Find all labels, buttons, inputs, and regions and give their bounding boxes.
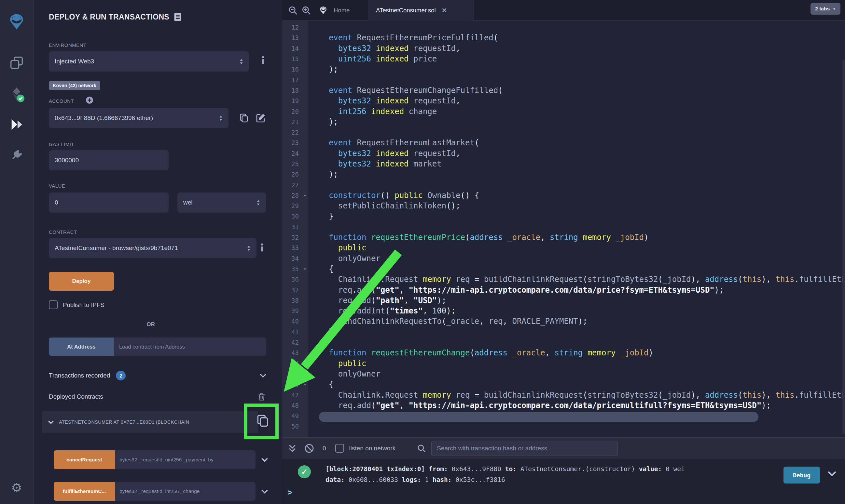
- tab-home[interactable]: Home: [313, 0, 354, 21]
- line-number: 37: [282, 286, 301, 294]
- code-line: 42: [282, 337, 845, 347]
- editor-area: Home ATestnetConsumer.sol ✕ 2 tabs▼ 1213…: [282, 0, 845, 504]
- chevron-down-icon[interactable]: [260, 374, 266, 378]
- environment-select[interactable]: Injected Web3: [49, 51, 249, 72]
- code-line: 15 uint256 indexed price: [282, 54, 845, 64]
- tab-home-label: Home: [334, 7, 349, 14]
- publish-ipfs-row: Publish to IPFS: [49, 301, 104, 309]
- line-number: 20: [282, 108, 301, 115]
- expand-log-chevron-icon[interactable]: [828, 471, 836, 476]
- environment-info-icon[interactable]: [261, 56, 265, 65]
- trash-icon[interactable]: [257, 392, 266, 401]
- account-select[interactable]: 0x643...9F88D (1.666673996 ether): [49, 108, 228, 128]
- solidity-compiler-icon[interactable]: [8, 86, 25, 103]
- clear-console-icon[interactable]: [304, 444, 314, 453]
- line-number: 46: [282, 381, 301, 388]
- code-line: 14 bytes32 indexed requestId,: [282, 43, 845, 54]
- plugin-manager-icon[interactable]: [10, 148, 24, 163]
- horizontal-scrollbar[interactable]: [319, 412, 758, 422]
- contract-info-icon[interactable]: [260, 243, 264, 252]
- or-separator: OR: [34, 321, 268, 328]
- transaction-log-entry[interactable]: [block:20780401 txIndex:0] from: 0x643..…: [326, 464, 685, 485]
- tab-bar: Home ATestnetConsumer.sol ✕ 2 tabs▼: [282, 0, 845, 21]
- fold-marker-icon[interactable]: ▾: [301, 193, 309, 198]
- copy-account-icon[interactable]: [239, 113, 249, 123]
- transactions-recorded-row[interactable]: Transactions recorded 2: [49, 371, 266, 380]
- gas-limit-input[interactable]: [55, 150, 163, 170]
- add-account-icon[interactable]: [86, 96, 93, 104]
- code-line: 41 }: [282, 327, 845, 337]
- transactions-recorded-label: Transactions recorded: [49, 372, 110, 379]
- expand-terminal-icon[interactable]: [289, 444, 296, 453]
- code-line: 30 }: [282, 211, 845, 221]
- deployed-contract-header[interactable]: ATESTNETCONSUMER AT 0X7E7...E80D1 (BLOCK…: [42, 411, 258, 433]
- line-number: 21: [282, 119, 301, 126]
- line-number: 47: [282, 392, 301, 399]
- cancel-request-params-input[interactable]: [119, 450, 251, 469]
- code-line: 18 event RequestEthereumChangeFulfilled(: [282, 85, 845, 95]
- code-line: 40 sendChainlinkRequestTo(_oracle, req, …: [282, 316, 845, 326]
- zoom-in-icon[interactable]: [301, 5, 311, 15]
- line-number: 35: [282, 265, 301, 272]
- close-tab-icon[interactable]: ✕: [442, 6, 447, 14]
- chevron-down-icon[interactable]: [261, 489, 268, 493]
- tx-success-check-icon: ✓: [298, 465, 311, 478]
- value-input[interactable]: [55, 193, 163, 213]
- code-editor[interactable]: 1213 event RequestEthereumPriceFulfilled…: [282, 21, 845, 437]
- code-line: 13 event RequestEthereumPriceFulfilled(: [282, 33, 845, 43]
- file-explorer-icon[interactable]: [9, 55, 24, 70]
- publish-ipfs-checkbox[interactable]: [49, 301, 58, 309]
- terminal-prompt[interactable]: >: [288, 487, 293, 497]
- edit-account-icon[interactable]: [256, 113, 266, 123]
- code-line: 47 Chainlink.Request memory req = buildC…: [282, 390, 845, 400]
- deploy-run-icon[interactable]: [9, 117, 24, 132]
- listen-network-checkbox[interactable]: [335, 444, 344, 453]
- tabs-count-button[interactable]: 2 tabs▼: [810, 3, 841, 15]
- code-line: 26 );: [282, 169, 845, 179]
- select-arrows-icon: [240, 59, 243, 65]
- deployed-contracts-label: Deployed Contracts: [49, 393, 103, 400]
- vertical-scrollbar[interactable]: [842, 60, 845, 434]
- at-address-button[interactable]: At Address: [49, 338, 114, 356]
- chevron-down-icon[interactable]: [261, 458, 268, 462]
- function-params-input-wrap: [115, 482, 256, 501]
- fulfill-params-input[interactable]: [119, 482, 251, 501]
- at-address-input[interactable]: [119, 338, 261, 356]
- code-line: 39 req.addInt("times", 100);: [282, 306, 845, 316]
- tab-atestnetconsumer[interactable]: ATestnetConsumer.sol ✕: [368, 0, 474, 21]
- code-line: 37 req.add("get", "https://min-api.crypt…: [282, 285, 845, 295]
- line-number: 39: [282, 307, 301, 314]
- line-number: 32: [282, 234, 301, 241]
- remix-home-icon: [318, 5, 328, 16]
- settings-gear-icon[interactable]: ⚙: [11, 481, 22, 495]
- code-line: 50: [282, 421, 845, 431]
- function-params-input-wrap: [115, 450, 256, 469]
- line-number: 16: [282, 66, 301, 73]
- terminal-search-input[interactable]: [437, 441, 612, 455]
- zoom-out-icon[interactable]: [288, 5, 298, 15]
- doc-icon[interactable]: [174, 12, 182, 21]
- fold-marker-icon[interactable]: ▾: [301, 266, 309, 271]
- code-line: 45 onlyOwner: [282, 369, 845, 379]
- code-line: 32 function requestEthereumPrice(address…: [282, 232, 845, 242]
- deploy-button[interactable]: Deploy: [49, 272, 114, 291]
- line-number: 48: [282, 402, 301, 409]
- chevron-down-icon[interactable]: [48, 420, 54, 424]
- debug-button[interactable]: Debug: [783, 467, 820, 484]
- line-number: 22: [282, 129, 301, 136]
- line-number: 43: [282, 349, 301, 356]
- code-line: 28▾ constructor() public Ownable() {: [282, 190, 845, 201]
- contract-label: CONTRACT: [49, 229, 77, 235]
- contract-select[interactable]: ATestnetConsumer - browser/gists/9b71e07…: [49, 238, 257, 258]
- fold-marker-icon[interactable]: ▾: [301, 382, 309, 387]
- line-number: 44: [282, 360, 301, 367]
- line-number: 14: [282, 45, 301, 52]
- fulfill-ethereum-change-button[interactable]: fulfillEthereumC...: [54, 482, 115, 501]
- terminal-panel: 0 listen on network ✓ [block:20780401 tx…: [282, 437, 845, 504]
- code-line: 16 );: [282, 64, 845, 74]
- account-label: ACCOUNT: [49, 98, 74, 104]
- value-unit-select[interactable]: wei: [177, 193, 266, 213]
- line-number: 19: [282, 97, 301, 104]
- cancel-request-button[interactable]: cancelRequest: [54, 450, 115, 469]
- code-line: 12: [282, 22, 845, 33]
